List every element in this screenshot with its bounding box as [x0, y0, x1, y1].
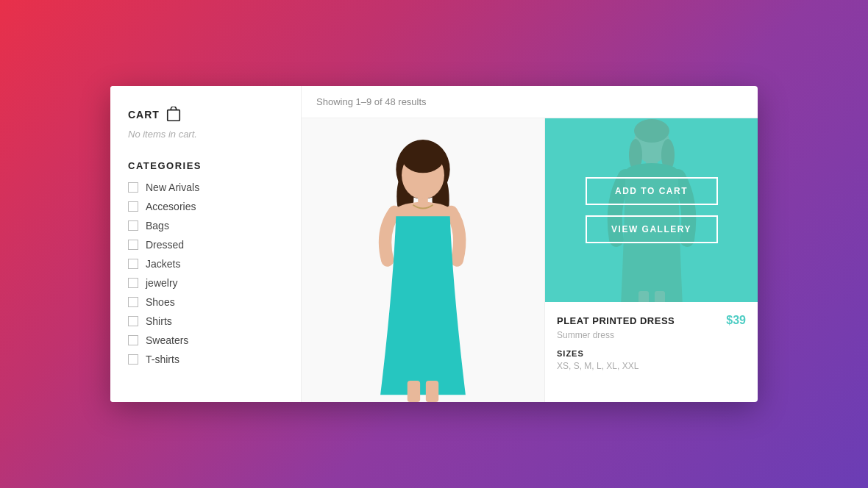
category-label-bags: Bags: [146, 220, 169, 232]
results-text: Showing 1–9 of 48 results: [316, 96, 427, 107]
cart-label: CART: [128, 109, 160, 121]
category-accessories[interactable]: Accesories: [128, 201, 283, 212]
category-label-shirts: Shirts: [146, 315, 172, 327]
cart-icon: [166, 107, 182, 123]
product-overlay-image: ADD TO CART VIEW GALLERY: [545, 118, 758, 302]
sidebar: CART No items in cart. CATEGORIES New Ar…: [110, 86, 302, 402]
category-label-accessories: Accesories: [146, 201, 196, 212]
product-name: PLEAT PRINTED DRESS: [557, 315, 675, 326]
category-new-arrivals[interactable]: New Arivals: [128, 182, 283, 193]
cart-empty-text: No items in cart.: [128, 129, 283, 140]
category-label-shoes: Shoes: [146, 296, 175, 308]
view-gallery-button[interactable]: VIEW GALLERY: [586, 215, 718, 243]
category-shoes[interactable]: Shoes: [128, 296, 283, 308]
products-grid: ADD TO CART VIEW GALLERY PLEAT PRINTED D…: [302, 118, 758, 402]
category-shirts[interactable]: Shirts: [128, 315, 283, 327]
svg-rect-8: [408, 381, 420, 402]
main-card: CART No items in cart. CATEGORIES New Ar…: [110, 86, 758, 402]
svg-rect-9: [426, 381, 438, 402]
product-overlay-tint: ADD TO CART VIEW GALLERY: [545, 118, 758, 302]
categories-list: New Arivals Accesories Bags Dressed Jack…: [128, 182, 283, 365]
category-checkbox-shirts[interactable]: [128, 316, 138, 326]
category-jackets[interactable]: Jackets: [128, 258, 283, 270]
product-subtitle: Summer dress: [557, 330, 746, 340]
product-price: $39: [726, 314, 746, 327]
results-bar: Showing 1–9 of 48 results: [302, 86, 758, 118]
category-bags[interactable]: Bags: [128, 220, 283, 232]
cart-svg: [166, 107, 182, 123]
category-checkbox-dressed[interactable]: [128, 240, 138, 250]
add-to-cart-button[interactable]: ADD TO CART: [586, 177, 718, 205]
category-checkbox-bags[interactable]: [128, 220, 138, 231]
category-checkbox-shoes[interactable]: [128, 297, 138, 307]
category-label-tshirts: T-shirts: [146, 354, 179, 365]
dress-illustration: [302, 118, 544, 402]
product-card-2: ADD TO CART VIEW GALLERY PLEAT PRINTED D…: [544, 118, 758, 402]
category-jewelry[interactable]: jewelry: [128, 277, 283, 289]
product-image-1: [302, 118, 544, 402]
category-checkbox-new-arrivals[interactable]: [128, 182, 138, 193]
category-tshirts[interactable]: T-shirts: [128, 354, 283, 365]
category-dressed[interactable]: Dressed: [128, 239, 283, 251]
category-checkbox-sweaters[interactable]: [128, 335, 138, 345]
category-label-dressed: Dressed: [146, 239, 184, 251]
product-card-1: [302, 118, 544, 402]
category-checkbox-tshirts[interactable]: [128, 354, 138, 365]
sizes-title: SIZES: [557, 349, 746, 358]
sizes-values: XS, S, M, L, XL, XXL: [557, 361, 746, 371]
categories-title: CATEGORIES: [128, 160, 283, 171]
product-name-row: PLEAT PRINTED DRESS $39: [557, 314, 746, 327]
category-label-jackets: Jackets: [146, 258, 180, 270]
category-sweaters[interactable]: Sweaters: [128, 334, 283, 346]
category-label-sweaters: Sweaters: [146, 334, 188, 346]
category-label-new-arrivals: New Arivals: [146, 182, 199, 193]
svg-rect-0: [168, 110, 180, 121]
content-area: Showing 1–9 of 48 results: [302, 86, 758, 402]
product-info: PLEAT PRINTED DRESS $39 Summer dress SIZ…: [545, 302, 758, 402]
category-label-jewelry: jewelry: [146, 277, 178, 289]
category-checkbox-jackets[interactable]: [128, 259, 138, 269]
category-checkbox-accessories[interactable]: [128, 201, 138, 212]
svg-point-6: [402, 142, 444, 173]
category-checkbox-jewelry[interactable]: [128, 278, 138, 288]
cart-section: CART: [128, 107, 283, 123]
